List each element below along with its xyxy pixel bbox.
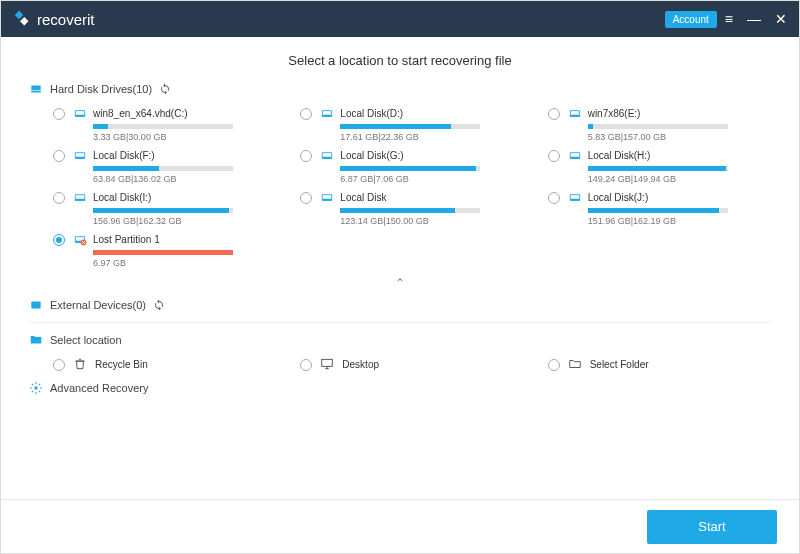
drive-size: 3.33 GB|30.00 GB [93, 132, 276, 142]
drive-radio[interactable] [548, 108, 560, 120]
external-section-label: External Devices(0) [50, 299, 146, 311]
advanced-recovery-label: Advanced Recovery [50, 382, 148, 394]
svg-rect-7 [323, 157, 332, 159]
location-radio[interactable] [548, 359, 560, 371]
drive-size: 5.83 GB|157.00 GB [588, 132, 771, 142]
drive-radio[interactable] [300, 150, 312, 162]
drive-size: 6.87 GB|7.06 GB [340, 174, 523, 184]
divider [29, 322, 771, 323]
usage-bar [340, 124, 480, 129]
drive-size: 156.96 GB|162.32 GB [93, 216, 276, 226]
drive-radio[interactable] [53, 108, 65, 120]
drive-item[interactable]: Local Disk(I:) 156.96 GB|162.32 GB [53, 190, 276, 226]
svg-rect-8 [570, 157, 579, 159]
page-title: Select a location to start recovering fi… [29, 53, 771, 68]
section-external-devices: External Devices(0) [29, 298, 771, 312]
drive-item[interactable]: win8_en_x64.vhd(C:) 3.33 GB|30.00 GB [53, 106, 276, 142]
drive-item[interactable]: Lost Partition 1 6.97 GB [53, 232, 276, 268]
disk-icon [320, 106, 334, 120]
svg-rect-14 [31, 302, 40, 309]
disk-icon [568, 106, 582, 120]
refresh-icon[interactable] [153, 299, 165, 311]
drive-radio[interactable] [548, 150, 560, 162]
external-devices-icon [29, 298, 43, 312]
drive-name: Lost Partition 1 [93, 234, 160, 245]
disk-icon [320, 148, 334, 162]
drives-grid: win8_en_x64.vhd(C:) 3.33 GB|30.00 GB Loc… [53, 106, 771, 268]
usage-bar [93, 166, 233, 171]
drive-radio[interactable] [53, 150, 65, 162]
svg-rect-5 [570, 115, 579, 117]
drive-size: 17.61 GB|22.36 GB [340, 132, 523, 142]
close-icon[interactable]: ✕ [775, 11, 787, 27]
drive-name: Local Disk(I:) [93, 192, 151, 203]
disk-icon [568, 190, 582, 204]
account-button[interactable]: Account [665, 11, 717, 28]
drive-size: 149.24 GB|149.94 GB [588, 174, 771, 184]
hdd-icon [29, 82, 43, 96]
drive-name: Local Disk(J:) [588, 192, 649, 203]
select-location-item[interactable]: Select Folder [548, 357, 771, 371]
refresh-icon[interactable] [159, 83, 171, 95]
select-location-label: Select location [50, 334, 122, 346]
svg-rect-10 [323, 199, 332, 201]
svg-rect-11 [570, 199, 579, 201]
svg-point-16 [34, 386, 38, 390]
drive-item[interactable]: win7x86(E:) 5.83 GB|157.00 GB [548, 106, 771, 142]
drive-radio[interactable] [548, 192, 560, 204]
drive-name: Local Disk(F:) [93, 150, 155, 161]
usage-bar [588, 208, 728, 213]
recycle-bin-icon [73, 357, 87, 371]
app-window: recoverit Account ≡ — ✕ Select a locatio… [0, 0, 800, 554]
select-location-item[interactable]: Desktop [300, 357, 523, 371]
usage-bar [340, 208, 480, 213]
drive-name: win8_en_x64.vhd(C:) [93, 108, 188, 119]
brand: recoverit [13, 10, 95, 28]
svg-rect-0 [15, 11, 23, 19]
disk-icon [73, 190, 87, 204]
drive-item[interactable]: Local Disk(D:) 17.61 GB|22.36 GB [300, 106, 523, 142]
start-button[interactable]: Start [647, 510, 777, 544]
desktop-icon [320, 357, 334, 371]
main-content: Select a location to start recovering fi… [1, 37, 799, 499]
drive-size: 151.96 GB|162.19 GB [588, 216, 771, 226]
svg-rect-6 [75, 157, 84, 159]
location-radio[interactable] [53, 359, 65, 371]
folder-icon [568, 357, 582, 371]
drive-size: 6.97 GB [93, 258, 276, 268]
drive-item[interactable]: Local Disk(J:) 151.96 GB|162.19 GB [548, 190, 771, 226]
brand-label: recoverit [37, 11, 95, 28]
select-location-item[interactable]: Recycle Bin [53, 357, 276, 371]
section-select-location: Select location [29, 333, 771, 347]
drive-name: win7x86(E:) [588, 108, 641, 119]
drive-item[interactable]: Local Disk 123.14 GB|150.00 GB [300, 190, 523, 226]
drive-radio[interactable] [300, 108, 312, 120]
location-radio[interactable] [300, 359, 312, 371]
usage-bar [93, 250, 233, 255]
drive-item[interactable]: Local Disk(G:) 6.87 GB|7.06 GB [300, 148, 523, 184]
usage-bar [340, 166, 480, 171]
drive-item[interactable]: Local Disk(F:) 63.84 GB|136.02 GB [53, 148, 276, 184]
drive-radio[interactable] [300, 192, 312, 204]
brand-icon [13, 10, 31, 28]
disk-icon [568, 148, 582, 162]
drive-name: Local Disk(H:) [588, 150, 651, 161]
section-advanced-recovery: Advanced Recovery [29, 381, 771, 395]
drive-item[interactable]: Local Disk(H:) 149.24 GB|149.94 GB [548, 148, 771, 184]
usage-bar [93, 208, 233, 213]
svg-rect-9 [75, 199, 84, 201]
minimize-icon[interactable]: — [747, 11, 761, 27]
usage-bar [588, 166, 728, 171]
drive-name: Local Disk(G:) [340, 150, 403, 161]
hdd-section-label: Hard Disk Drives(10) [50, 83, 152, 95]
titlebar: recoverit Account ≡ — ✕ [1, 1, 799, 37]
svg-rect-2 [31, 91, 40, 93]
disk-icon [73, 232, 87, 246]
window-controls: ≡ — ✕ [725, 11, 787, 27]
drive-radio[interactable] [53, 192, 65, 204]
drive-radio[interactable] [53, 234, 65, 246]
footer: Start [1, 499, 799, 553]
menu-icon[interactable]: ≡ [725, 11, 733, 27]
disk-icon [73, 106, 87, 120]
collapse-toggle[interactable]: ⌃ [29, 274, 771, 298]
